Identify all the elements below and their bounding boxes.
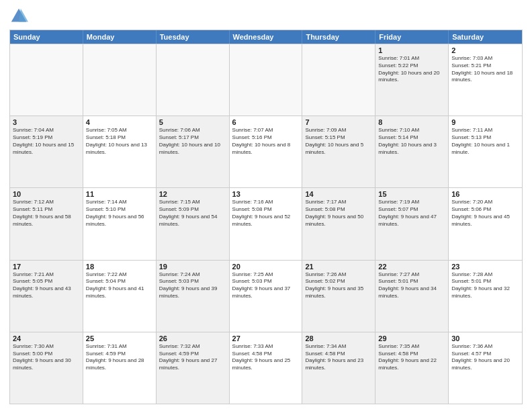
day-number: 26 [159,334,226,342]
cell-info: Sunrise: 7:27 AM Sunset: 5:01 PM Dayligh… [378,271,445,300]
day-number: 2 [451,46,519,54]
calendar-cell: 16Sunrise: 7:20 AM Sunset: 5:06 PM Dayli… [449,188,522,259]
day-number: 16 [451,190,519,198]
calendar-cell: 29Sunrise: 7:35 AM Sunset: 4:58 PM Dayli… [375,332,449,404]
calendar-cell: 7Sunrise: 7:09 AM Sunset: 5:15 PM Daylig… [302,116,375,187]
cell-info: Sunrise: 7:14 AM Sunset: 5:10 PM Dayligh… [86,199,153,228]
calendar-body: 1Sunrise: 7:01 AM Sunset: 5:22 PM Daylig… [10,44,522,404]
day-number: 24 [13,334,80,342]
day-number: 23 [451,263,519,271]
cell-info: Sunrise: 7:30 AM Sunset: 5:00 PM Dayligh… [13,343,80,372]
cell-info: Sunrise: 7:34 AM Sunset: 4:58 PM Dayligh… [305,343,372,372]
calendar-cell: 4Sunrise: 7:05 AM Sunset: 5:18 PM Daylig… [83,116,157,187]
calendar-cell: 12Sunrise: 7:15 AM Sunset: 5:09 PM Dayli… [157,188,230,259]
cell-info: Sunrise: 7:25 AM Sunset: 5:03 PM Dayligh… [232,271,300,300]
day-number: 3 [13,118,80,126]
cell-info: Sunrise: 7:32 AM Sunset: 4:59 PM Dayligh… [159,343,226,372]
calendar-row-1: 3Sunrise: 7:04 AM Sunset: 5:19 PM Daylig… [10,116,522,187]
calendar-cell: 19Sunrise: 7:24 AM Sunset: 5:03 PM Dayli… [157,261,230,332]
calendar-cell [230,44,303,116]
calendar-cell: 17Sunrise: 7:21 AM Sunset: 5:05 PM Dayli… [10,261,83,332]
day-number: 14 [305,190,372,198]
cell-info: Sunrise: 7:06 AM Sunset: 5:17 PM Dayligh… [159,127,226,156]
calendar-cell: 21Sunrise: 7:26 AM Sunset: 5:02 PM Dayli… [302,261,375,332]
cell-info: Sunrise: 7:04 AM Sunset: 5:19 PM Dayligh… [13,127,80,156]
calendar-cell: 14Sunrise: 7:17 AM Sunset: 5:08 PM Dayli… [302,188,375,259]
cell-info: Sunrise: 7:09 AM Sunset: 5:15 PM Dayligh… [305,127,372,156]
calendar-row-2: 10Sunrise: 7:12 AM Sunset: 5:11 PM Dayli… [10,187,522,259]
calendar-cell: 8Sunrise: 7:10 AM Sunset: 5:14 PM Daylig… [375,116,449,187]
day-number: 7 [305,118,372,126]
day-number: 27 [232,334,300,342]
calendar-row-4: 24Sunrise: 7:30 AM Sunset: 5:00 PM Dayli… [10,332,522,404]
cell-info: Sunrise: 7:24 AM Sunset: 5:03 PM Dayligh… [159,271,226,300]
cell-info: Sunrise: 7:03 AM Sunset: 5:21 PM Dayligh… [451,55,519,84]
calendar-cell: 9Sunrise: 7:11 AM Sunset: 5:13 PM Daylig… [449,116,522,187]
calendar-cell: 27Sunrise: 7:33 AM Sunset: 4:58 PM Dayli… [230,332,303,404]
calendar-cell: 26Sunrise: 7:32 AM Sunset: 4:59 PM Dayli… [157,332,230,404]
cell-info: Sunrise: 7:17 AM Sunset: 5:08 PM Dayligh… [305,199,372,228]
calendar-cell: 24Sunrise: 7:30 AM Sunset: 5:00 PM Dayli… [10,332,83,404]
calendar-cell: 15Sunrise: 7:19 AM Sunset: 5:07 PM Dayli… [375,188,449,259]
calendar-cell [157,44,230,116]
day-header-thursday: Thursday [302,30,375,44]
day-number: 25 [86,334,153,342]
day-header-wednesday: Wednesday [230,30,303,44]
cell-info: Sunrise: 7:01 AM Sunset: 5:22 PM Dayligh… [378,55,445,84]
cell-info: Sunrise: 7:28 AM Sunset: 5:01 PM Dayligh… [451,271,519,300]
day-number: 10 [13,190,80,198]
day-header-monday: Monday [83,30,157,44]
calendar-row-0: 1Sunrise: 7:01 AM Sunset: 5:22 PM Daylig… [10,44,522,116]
calendar-cell: 1Sunrise: 7:01 AM Sunset: 5:22 PM Daylig… [375,44,449,116]
day-number: 13 [232,190,300,198]
cell-info: Sunrise: 7:35 AM Sunset: 4:58 PM Dayligh… [378,343,445,372]
day-number: 17 [13,263,80,271]
day-number: 1 [378,46,445,54]
cell-info: Sunrise: 7:05 AM Sunset: 5:18 PM Dayligh… [86,127,153,156]
cell-info: Sunrise: 7:12 AM Sunset: 5:11 PM Dayligh… [13,199,80,228]
day-number: 19 [159,263,226,271]
calendar-cell: 20Sunrise: 7:25 AM Sunset: 5:03 PM Dayli… [230,261,303,332]
calendar-cell: 13Sunrise: 7:16 AM Sunset: 5:08 PM Dayli… [230,188,303,259]
calendar-cell: 23Sunrise: 7:28 AM Sunset: 5:01 PM Dayli… [449,261,522,332]
day-number: 6 [232,118,300,126]
day-header-friday: Friday [375,30,449,44]
calendar-cell: 3Sunrise: 7:04 AM Sunset: 5:19 PM Daylig… [10,116,83,187]
day-header-tuesday: Tuesday [157,30,230,44]
calendar-row-3: 17Sunrise: 7:21 AM Sunset: 5:05 PM Dayli… [10,260,522,332]
day-number: 11 [86,190,153,198]
calendar-cell: 2Sunrise: 7:03 AM Sunset: 5:21 PM Daylig… [449,44,522,116]
cell-info: Sunrise: 7:11 AM Sunset: 5:13 PM Dayligh… [451,127,519,156]
cell-info: Sunrise: 7:15 AM Sunset: 5:09 PM Dayligh… [159,199,226,228]
day-number: 18 [86,263,153,271]
cell-info: Sunrise: 7:19 AM Sunset: 5:07 PM Dayligh… [378,199,445,228]
day-number: 28 [305,334,372,342]
logo-icon [9,7,28,26]
calendar-cell: 22Sunrise: 7:27 AM Sunset: 5:01 PM Dayli… [375,261,449,332]
day-number: 12 [159,190,226,198]
calendar-cell: 25Sunrise: 7:31 AM Sunset: 4:59 PM Dayli… [83,332,157,404]
calendar-cell: 28Sunrise: 7:34 AM Sunset: 4:58 PM Dayli… [302,332,375,404]
calendar-header: SundayMondayTuesdayWednesdayThursdayFrid… [10,30,522,44]
cell-info: Sunrise: 7:20 AM Sunset: 5:06 PM Dayligh… [451,199,519,228]
day-number: 20 [232,263,300,271]
svg-marker-1 [19,9,28,22]
calendar-cell: 11Sunrise: 7:14 AM Sunset: 5:10 PM Dayli… [83,188,157,259]
calendar-cell [302,44,375,116]
day-header-sunday: Sunday [10,30,83,44]
day-number: 22 [378,263,445,271]
page: SundayMondayTuesdayWednesdayThursdayFrid… [0,0,532,411]
day-number: 30 [451,334,519,342]
day-number: 15 [378,190,445,198]
calendar-cell [83,44,157,116]
day-header-saturday: Saturday [449,30,522,44]
cell-info: Sunrise: 7:36 AM Sunset: 4:57 PM Dayligh… [451,343,519,372]
calendar-cell: 30Sunrise: 7:36 AM Sunset: 4:57 PM Dayli… [449,332,522,404]
cell-info: Sunrise: 7:33 AM Sunset: 4:58 PM Dayligh… [232,343,300,372]
cell-info: Sunrise: 7:07 AM Sunset: 5:16 PM Dayligh… [232,127,300,156]
logo [9,7,31,26]
cell-info: Sunrise: 7:21 AM Sunset: 5:05 PM Dayligh… [13,271,80,300]
calendar-cell: 10Sunrise: 7:12 AM Sunset: 5:11 PM Dayli… [10,188,83,259]
calendar-cell: 5Sunrise: 7:06 AM Sunset: 5:17 PM Daylig… [157,116,230,187]
day-number: 21 [305,263,372,271]
